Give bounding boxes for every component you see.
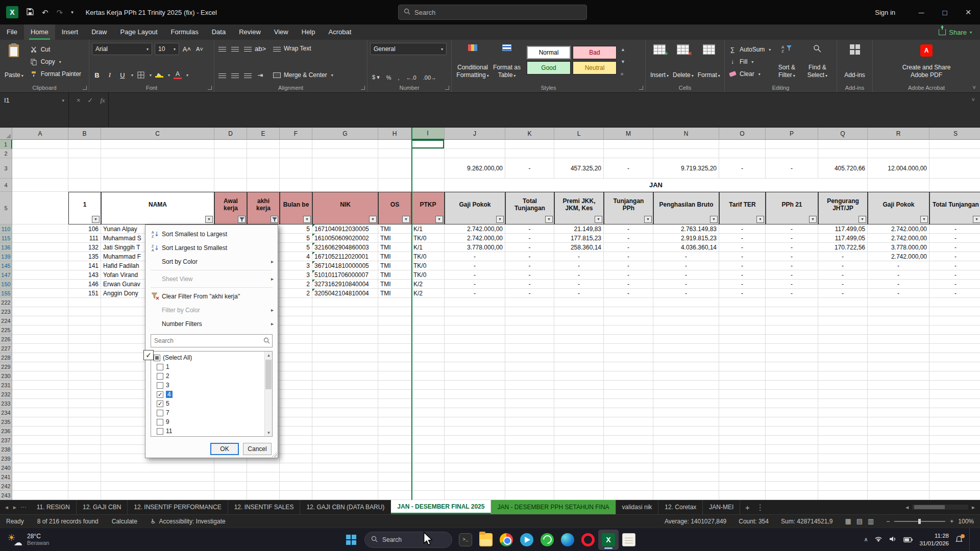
cell-N136[interactable]: 4.036.360,14: [653, 243, 719, 252]
cell-D240[interactable]: [214, 463, 247, 472]
cell-A233[interactable]: [12, 399, 68, 408]
cell-K136[interactable]: -: [505, 243, 554, 252]
clipboard-dialog-launcher[interactable]: [83, 86, 87, 90]
align-left-button[interactable]: [217, 69, 227, 81]
start-button[interactable]: [341, 530, 361, 550]
cell-J239[interactable]: [445, 454, 505, 463]
cell-K2[interactable]: [505, 149, 554, 158]
cell-F226[interactable]: [280, 335, 312, 344]
collapse-ribbon-icon[interactable]: ˅: [973, 84, 976, 90]
cell-K155[interactable]: -: [505, 289, 554, 298]
cell-Q136[interactable]: 170.722,56: [818, 243, 868, 252]
cell-R3[interactable]: 12.004.000,00: [868, 158, 929, 179]
cell-H240[interactable]: [378, 463, 411, 472]
header-cell-K[interactable]: Total Tunjangan▼: [505, 192, 554, 224]
column-header-A[interactable]: A: [12, 128, 68, 140]
cell-F155[interactable]: 2: [280, 289, 312, 298]
cell-O226[interactable]: [719, 335, 766, 344]
underline-button[interactable]: U: [117, 69, 128, 81]
cell-R4[interactable]: [868, 179, 929, 192]
cell-D3[interactable]: [214, 158, 247, 179]
sheet-tab-12-insentif-performance[interactable]: 12. INSENTIF PERFORMANCE: [128, 500, 228, 514]
cell-R242[interactable]: [868, 482, 929, 491]
cell-A227[interactable]: [12, 344, 68, 353]
cell-F3[interactable]: [280, 158, 312, 179]
cell-R235[interactable]: [868, 417, 929, 427]
cell-B225[interactable]: [68, 325, 101, 335]
row-header-231[interactable]: 231: [0, 381, 12, 390]
cell-A4[interactable]: [12, 179, 68, 192]
cell-S241[interactable]: [929, 472, 980, 482]
cell-M238[interactable]: [604, 445, 653, 454]
cell-Q3[interactable]: 405.720,66: [818, 158, 868, 179]
row-header-4[interactable]: 4: [0, 179, 12, 192]
cell-O1[interactable]: [719, 140, 766, 149]
cell-B226[interactable]: [68, 335, 101, 344]
cell-R230[interactable]: [868, 371, 929, 381]
cell-I150[interactable]: K/2: [411, 280, 445, 289]
cell-O3[interactable]: -: [719, 158, 766, 179]
cell-A231[interactable]: [12, 381, 68, 390]
filter-button-C[interactable]: ▼: [205, 216, 213, 223]
cell-O240[interactable]: [719, 463, 766, 472]
cell-style-bad[interactable]: Bad: [573, 46, 617, 59]
insert-cells-button[interactable]: + Insert▾: [648, 43, 671, 81]
menu-item-file[interactable]: File: [0, 24, 24, 40]
cell-H139[interactable]: TMI: [378, 252, 411, 261]
cell-K223[interactable]: [505, 307, 554, 316]
cell-F228[interactable]: [280, 353, 312, 362]
cell-A230[interactable]: [12, 371, 68, 381]
cell-G150[interactable]: 3273162910840004: [312, 280, 378, 289]
hidden-icons-chevron-icon[interactable]: ∧: [864, 536, 868, 543]
cell-F229[interactable]: [280, 362, 312, 371]
row-header-243[interactable]: 243: [0, 491, 12, 500]
cell-P235[interactable]: [766, 417, 818, 427]
cell-N1[interactable]: [653, 140, 719, 149]
cell-Q238[interactable]: [818, 445, 868, 454]
cell-R1[interactable]: [868, 140, 929, 149]
cell-Q155[interactable]: -: [818, 289, 868, 298]
cell-P226[interactable]: [766, 335, 818, 344]
row-header-1[interactable]: 1: [0, 140, 12, 149]
cell-S155[interactable]: -: [929, 289, 980, 298]
filter-button-G[interactable]: ▼: [369, 216, 377, 223]
cell-B229[interactable]: [68, 362, 101, 371]
bold-button[interactable]: B: [92, 69, 102, 81]
cell-A240[interactable]: [12, 463, 68, 472]
cell-A235[interactable]: [12, 417, 68, 427]
filter-button-F[interactable]: ▼: [303, 216, 311, 223]
cell-N231[interactable]: [653, 381, 719, 390]
decrease-decimal-button[interactable]: .00→: [421, 74, 438, 81]
accounting-format-button[interactable]: $ ▾: [370, 74, 382, 81]
normal-view-button[interactable]: ▦: [845, 517, 851, 525]
cell-N226[interactable]: [653, 335, 719, 344]
align-middle-button[interactable]: [230, 43, 240, 54]
cell-I136[interactable]: K/1: [411, 243, 445, 252]
row-header-242[interactable]: 242: [0, 482, 12, 491]
cell-K147[interactable]: -: [505, 270, 554, 280]
cell-O227[interactable]: [719, 344, 766, 353]
undo-icon[interactable]: ↶: [42, 9, 48, 16]
cell-J236[interactable]: [445, 427, 505, 436]
cell-F235[interactable]: [280, 417, 312, 427]
menu-item-acrobat[interactable]: Acrobat: [322, 24, 358, 40]
cell-M147[interactable]: -: [604, 270, 653, 280]
customize-toolbar-icon[interactable]: ▾: [71, 10, 74, 15]
cell-H237[interactable]: [378, 436, 411, 445]
cell-S235[interactable]: [929, 417, 980, 427]
cell-R223[interactable]: [868, 307, 929, 316]
cell-N155[interactable]: -: [653, 289, 719, 298]
cell-M240[interactable]: [604, 463, 653, 472]
filter-button-E[interactable]: [271, 216, 278, 223]
cell-Q242[interactable]: [818, 482, 868, 491]
cell-H236[interactable]: [378, 427, 411, 436]
cell-G236[interactable]: [312, 427, 378, 436]
cell-I241[interactable]: [411, 472, 445, 482]
cancel-filter-button[interactable]: Cancel: [243, 443, 272, 455]
cell-Q241[interactable]: [818, 472, 868, 482]
font-dialog-launcher[interactable]: [208, 86, 212, 90]
cell-M229[interactable]: [604, 362, 653, 371]
cell-H145[interactable]: TMI: [378, 261, 411, 270]
cell-G239[interactable]: [312, 454, 378, 463]
cell-H227[interactable]: [378, 344, 411, 353]
